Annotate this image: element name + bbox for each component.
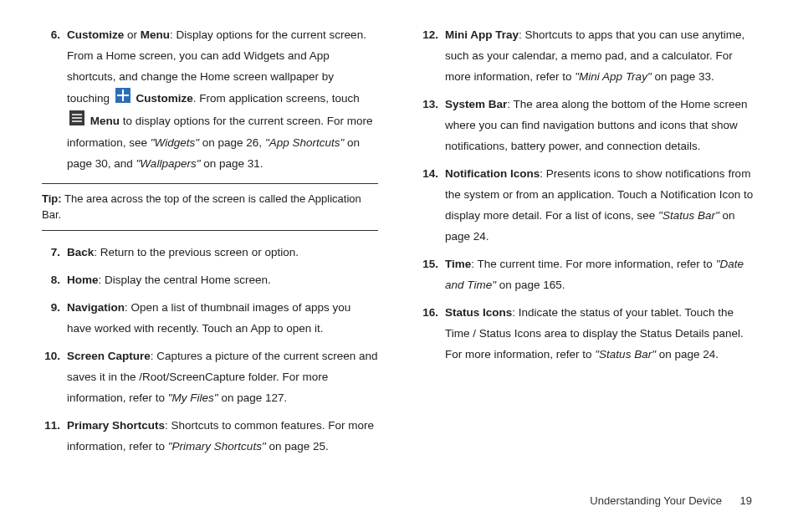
term: Screen Capture (67, 350, 151, 362)
term: Customize (67, 28, 124, 41)
reference: "Wallpapers" (136, 157, 201, 170)
list-item: 9. Navigation: Open a list of thumbnail … (42, 298, 378, 340)
reference: "Status Bar" (595, 348, 658, 361)
list-item: 15. Time: The current time. For more inf… (420, 254, 756, 296)
list-item: 14. Notification Icons: Presents icons t… (420, 164, 756, 248)
list-item: 13. System Bar: The area along the botto… (420, 95, 756, 157)
item-number: 10. (42, 346, 67, 409)
text: on page 165. (499, 279, 565, 291)
item-number: 12. (420, 25, 445, 88)
item-content: Navigation: Open a list of thumbnail ima… (67, 298, 378, 340)
two-column-layout: 6. Customize or Menu: Display options fo… (42, 25, 756, 464)
item-number: 15. (420, 254, 445, 296)
item-number: 6. (42, 25, 67, 175)
reference: "Mini App Tray" (575, 70, 654, 83)
left-column: 6. Customize or Menu: Display options fo… (42, 25, 378, 464)
item-content: Primary Shortcuts: Shortcuts to common f… (67, 416, 378, 458)
svg-rect-5 (72, 117, 82, 119)
text: on page 24. (659, 348, 719, 361)
svg-rect-2 (117, 95, 129, 96)
reference: "Primary Shortcuts" (168, 440, 269, 453)
list-item: 6. Customize or Menu: Display options fo… (42, 25, 378, 175)
item-number: 14. (420, 164, 445, 248)
term: Status Icons (445, 306, 512, 319)
item-content: Home: Display the central Home screen. (67, 270, 378, 291)
item-number: 9. (42, 298, 67, 340)
item-number: 7. (42, 243, 67, 263)
term: Home (67, 274, 99, 286)
list-item: 11. Primary Shortcuts: Shortcuts to comm… (42, 416, 378, 458)
text: on page 25. (269, 440, 328, 453)
menu-icon (69, 110, 84, 133)
item-content: Time: The current time. For more informa… (445, 254, 756, 296)
item-content: Notification Icons: Presents icons to sh… (445, 164, 756, 248)
section-title: Understanding Your Device (590, 494, 722, 507)
item-content: Customize or Menu: Display options for t… (67, 25, 378, 175)
term: Notification Icons (445, 167, 540, 180)
reference: "My Files" (168, 391, 222, 404)
reference: "Status Bar" (658, 209, 719, 222)
tip-text: The area across the top of the screen is… (42, 192, 361, 222)
item-content: Mini App Tray: Shortcuts to apps that yo… (445, 25, 756, 88)
svg-rect-6 (72, 120, 82, 122)
term: Time (445, 258, 471, 270)
text: or (124, 28, 141, 41)
term: Back (67, 246, 94, 258)
tip-label: Tip: (42, 192, 62, 205)
text: on page 33. (654, 70, 714, 83)
term: Menu (90, 115, 120, 127)
list-item: 10. Screen Capture: Captures a picture o… (42, 346, 378, 409)
term: Navigation (67, 301, 125, 314)
text: on page 26, (199, 136, 265, 149)
text: : Display the central Home screen. (99, 274, 271, 286)
svg-rect-4 (72, 114, 82, 115)
list-item: 8. Home: Display the central Home screen… (42, 270, 378, 291)
tip-callout: Tip: The area across the top of the scre… (42, 183, 378, 231)
list-item: 7. Back: Return to the previous screen o… (42, 243, 378, 263)
item-number: 13. (420, 95, 445, 157)
item-number: 16. (420, 303, 445, 366)
term: Mini App Tray (445, 28, 519, 41)
item-number: 8. (42, 270, 67, 291)
item-content: System Bar: The area along the bottom of… (445, 95, 756, 157)
page-footer: Understanding Your Device 19 (590, 494, 752, 507)
reference: "Widgets" (151, 136, 199, 149)
right-column: 12. Mini App Tray: Shortcuts to apps tha… (420, 25, 756, 464)
reference: "App Shortcuts" (265, 136, 344, 149)
item-content: Back: Return to the previous screen or o… (67, 243, 378, 263)
text: : Return to the previous screen or optio… (94, 246, 299, 258)
item-content: Screen Capture: Captures a picture of th… (67, 346, 378, 409)
text: : The current time. For more information… (471, 258, 715, 270)
text: on page 31. (200, 157, 263, 170)
text: on page 127. (221, 391, 287, 404)
list-item: 12. Mini App Tray: Shortcuts to apps tha… (420, 25, 756, 88)
term: Primary Shortcuts (67, 419, 165, 432)
text: . From application screens, touch (193, 92, 360, 105)
term: Customize (136, 92, 193, 105)
list-item: 16. Status Icons: Indicate the status of… (420, 303, 756, 366)
customize-icon (115, 88, 130, 110)
term: System Bar (445, 98, 507, 110)
item-number: 11. (42, 416, 67, 458)
item-content: Status Icons: Indicate the status of you… (445, 303, 756, 366)
term: Menu (141, 28, 170, 41)
page-number: 19 (740, 494, 752, 507)
